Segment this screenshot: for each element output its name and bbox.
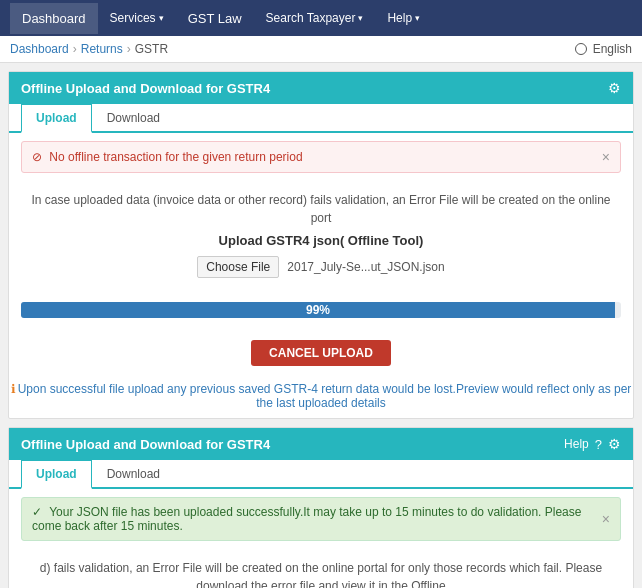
breadcrumb-returns[interactable]: Returns <box>81 42 123 56</box>
nav-search-taxpayer[interactable]: Search Taxpayer ▾ <box>254 3 376 33</box>
card1-tabs: Upload Download <box>9 104 633 133</box>
card1-file-upload-row: Choose File 2017_July-Se...ut_JSON.json <box>21 256 621 278</box>
language-selector[interactable]: English <box>575 42 632 56</box>
card2-success-alert: ✓ Your JSON file has been uploaded succe… <box>21 497 621 541</box>
services-arrow-icon: ▾ <box>159 13 164 23</box>
card1-progress-bar-outer: 99% <box>21 302 621 318</box>
card1-header: Offline Upload and Download for GSTR4 ⚙ <box>9 72 633 104</box>
tab1-upload[interactable]: Upload <box>21 104 92 133</box>
card1-progress-label: 99% <box>306 303 330 317</box>
card1-body: In case uploaded data (invoice data or o… <box>9 181 633 296</box>
card1-settings-icon[interactable]: ⚙ <box>608 80 621 96</box>
card1-section-title: Upload GSTR4 json( Offline Tool) <box>21 233 621 248</box>
card2-header: Offline Upload and Download for GSTR4 He… <box>9 428 633 460</box>
breadcrumb-sep1: › <box>73 42 77 56</box>
breadcrumb-sep2: › <box>127 42 131 56</box>
nav-help[interactable]: Help ▾ <box>375 3 432 33</box>
card1-title: Offline Upload and Download for GSTR4 <box>21 81 270 96</box>
card2-info-text: d) fails validation, an Error File will … <box>21 559 621 588</box>
card1-alert-text: No offline transaction for the given ret… <box>49 150 302 164</box>
breadcrumb-bar: Dashboard › Returns › GSTR English <box>0 36 642 63</box>
language-label: English <box>593 42 632 56</box>
alert-success-icon: ✓ <box>32 505 42 519</box>
tab2-download[interactable]: Download <box>92 460 175 489</box>
card2-header-actions: Help ? ⚙ <box>564 436 621 452</box>
card1-file-name: 2017_July-Se...ut_JSON.json <box>287 260 444 274</box>
breadcrumb-gstr: GSTR <box>135 42 168 56</box>
nav-gst-law[interactable]: GST Law <box>176 3 254 34</box>
breadcrumb: Dashboard › Returns › GSTR <box>10 42 168 56</box>
card2-help-icon[interactable]: ? <box>595 437 602 452</box>
search-taxpayer-arrow-icon: ▾ <box>358 13 363 23</box>
cancel-upload-btn[interactable]: CANCEL UPLOAD <box>251 340 391 366</box>
globe-icon <box>575 43 587 55</box>
card2-alert-close[interactable]: × <box>602 511 610 527</box>
card1-progress-bar-inner: 99% <box>21 302 615 318</box>
breadcrumb-dashboard[interactable]: Dashboard <box>10 42 69 56</box>
card1-alert-close[interactable]: × <box>602 149 610 165</box>
card1-info-text: In case uploaded data (invoice data or o… <box>21 191 621 227</box>
card2-success-text: Your JSON file has been uploaded success… <box>32 505 581 533</box>
card2-tabs: Upload Download <box>9 460 633 489</box>
nav-services[interactable]: Services ▾ <box>98 3 176 33</box>
tab1-download[interactable]: Download <box>92 104 175 133</box>
note-icon: ℹ <box>11 382 16 396</box>
card-upload-2: Offline Upload and Download for GSTR4 He… <box>8 427 634 588</box>
card-upload-1: Offline Upload and Download for GSTR4 ⚙ … <box>8 71 634 419</box>
help-arrow-icon: ▾ <box>415 13 420 23</box>
top-navigation: Dashboard Services ▾ GST Law Search Taxp… <box>0 0 642 36</box>
card1-progress-container: 99% <box>21 302 621 318</box>
card1-note: ℹUpon successful file upload any previou… <box>9 382 633 410</box>
card1-choose-file-btn[interactable]: Choose File <box>197 256 279 278</box>
card2-settings-icon[interactable]: ⚙ <box>608 436 621 452</box>
tab2-upload[interactable]: Upload <box>21 460 92 489</box>
card2-help-label: Help <box>564 437 589 451</box>
card1-alert: ⊘ No offline transaction for the given r… <box>21 141 621 173</box>
card2-body: d) fails validation, an Error File will … <box>9 549 633 588</box>
alert-error-icon: ⊘ <box>32 150 42 164</box>
card2-title: Offline Upload and Download for GSTR4 <box>21 437 270 452</box>
nav-dashboard[interactable]: Dashboard <box>10 3 98 34</box>
